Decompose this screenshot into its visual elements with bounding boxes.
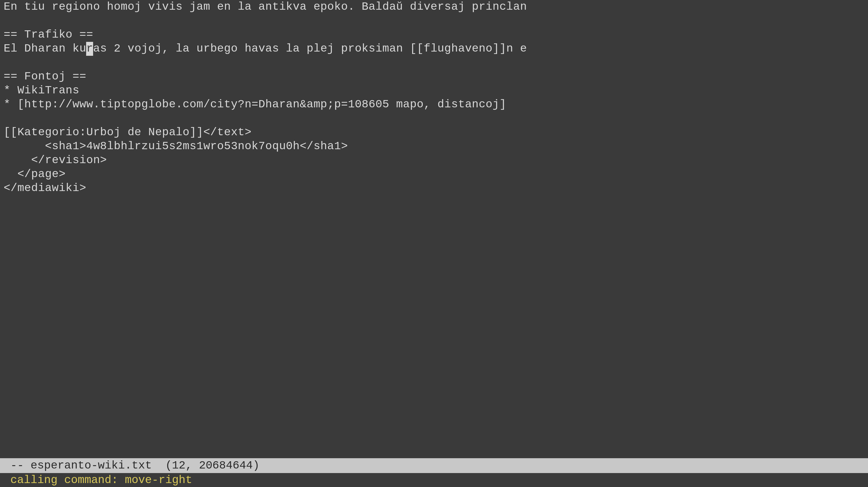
status-bar: -- esperanto-wiki.txt (12, 20684644) bbox=[0, 458, 868, 473]
editor-line[interactable]: * [http://www.tiptopglobe.com/city?n=Dha… bbox=[4, 98, 864, 111]
editor-line[interactable]: == Trafiko == bbox=[4, 28, 864, 42]
text-after-cursor: as 2 vojoj, la urbego havas la plej prok… bbox=[93, 42, 527, 55]
editor-line[interactable]: <sha1>4w8lbhlrzui5s2ms1wro53nok7oqu0h</s… bbox=[4, 139, 864, 154]
text-before-cursor: El Dharan ku bbox=[4, 42, 86, 55]
command-prefix: calling command: bbox=[4, 474, 125, 486]
editor-line[interactable] bbox=[4, 111, 864, 126]
editor-line[interactable]: En tiu regiono homoj vivis jam en la ant… bbox=[4, 0, 864, 14]
editor-line[interactable]: </page> bbox=[4, 167, 864, 181]
editor-line[interactable] bbox=[4, 14, 864, 28]
editor-line[interactable]: [[Kategorio:Urboj de Nepalo]]</text> bbox=[4, 126, 864, 139]
editor-line[interactable]: * WikiTrans bbox=[4, 84, 864, 98]
editor-line[interactable]: </mediawiki> bbox=[4, 181, 864, 195]
command-line: calling command: move-right bbox=[0, 473, 868, 487]
status-position: (12, 20684644) bbox=[152, 459, 259, 472]
editor-line[interactable]: El Dharan kuras 2 vojoj, la urbego havas… bbox=[4, 42, 864, 56]
status-prefix: -- bbox=[4, 459, 31, 472]
editor-line[interactable]: </revision> bbox=[4, 154, 864, 167]
status-filename: esperanto-wiki.txt bbox=[31, 459, 152, 472]
editor-line[interactable] bbox=[4, 56, 864, 70]
command-name: move-right bbox=[125, 474, 192, 486]
text-cursor: r bbox=[86, 42, 93, 56]
editor-content[interactable]: En tiu regiono homoj vivis jam en la ant… bbox=[0, 0, 868, 195]
editor-line[interactable]: == Fontoj == bbox=[4, 70, 864, 84]
